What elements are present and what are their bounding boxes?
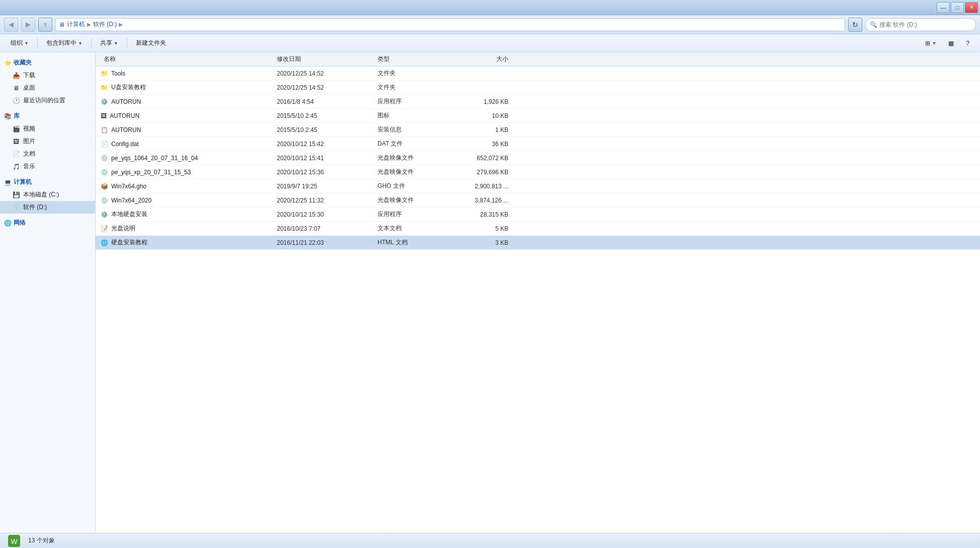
- toolbar-sep-1: [37, 38, 38, 48]
- file-icon: 💿: [101, 197, 108, 204]
- file-size-cell: 1,926 KB: [453, 98, 518, 105]
- file-name-cell: 🖼 AUTORUN: [96, 112, 277, 119]
- share-button[interactable]: 共享 ▼: [95, 36, 124, 50]
- video-icon: 🎬: [12, 125, 20, 133]
- sidebar-item-video[interactable]: 🎬 视频: [0, 122, 95, 135]
- sidebar-item-documents[interactable]: 📄 文档: [0, 148, 95, 160]
- organize-button[interactable]: 组织 ▼: [5, 36, 34, 50]
- file-date-cell: 2020/10/12 15:41: [277, 155, 378, 162]
- file-date-cell: 2020/10/12 15:36: [277, 169, 378, 176]
- breadcrumb-item-computer[interactable]: 计算机: [67, 20, 85, 29]
- minimize-button[interactable]: —: [937, 2, 950, 13]
- table-row[interactable]: ⚙️ AUTORUN 2016/1/8 4:54 应用程序 1,926 KB: [96, 95, 980, 109]
- refresh-button[interactable]: ↻: [848, 18, 862, 32]
- file-icon: ⚙️: [101, 98, 108, 105]
- column-date[interactable]: 修改日期: [277, 55, 378, 63]
- column-type[interactable]: 类型: [378, 55, 453, 63]
- file-type-cell: HTML 文档: [378, 238, 453, 247]
- disk-d-icon: 💿: [12, 203, 20, 212]
- table-row[interactable]: 📁 Tools 2020/12/25 14:52 文件夹: [96, 66, 980, 81]
- table-row[interactable]: 💿 pe_yqs_xp_20_07_31_15_53 2020/10/12 15…: [96, 165, 980, 179]
- sidebar-item-music[interactable]: 🎵 音乐: [0, 160, 95, 173]
- download-icon: 📥: [12, 72, 20, 80]
- file-date-cell: 2020/12/25 14:52: [277, 84, 378, 91]
- main-layout: ⭐ 收藏夹 📥 下载 🖥 桌面 🕐 最近访问的位置 📚 库: [0, 52, 980, 533]
- sidebar-header-network[interactable]: 🌐 网络: [0, 217, 95, 229]
- drive-c-label: 本地磁盘 (C:): [23, 190, 59, 199]
- file-date-cell: 2020/10/12 15:30: [277, 211, 378, 218]
- file-name-cell: 📝 光盘说明: [96, 224, 277, 233]
- file-date-cell: 2016/1/8 4:54: [277, 98, 378, 105]
- toolbar: 组织 ▼ 包含到库中 ▼ 共享 ▼ 新建文件夹 ⊞ ▼ ▦ ?: [0, 34, 980, 52]
- sidebar-item-drive-d[interactable]: 💿 软件 (D:): [0, 201, 95, 214]
- back-button[interactable]: ◀: [4, 18, 18, 32]
- include-dropdown-icon: ▼: [78, 41, 83, 46]
- file-type-cell: 安装信息: [378, 125, 453, 134]
- sidebar-item-pictures[interactable]: 🖼 图片: [0, 135, 95, 148]
- organize-label: 组织: [11, 39, 23, 47]
- views-button[interactable]: ⊞ ▼: [920, 36, 942, 50]
- file-name-cell: 💿 pe_yqs_1064_20_07_31_16_04: [96, 155, 277, 162]
- file-name-cell: ⚙️ 本地硬盘安装: [96, 210, 277, 219]
- sidebar-header-computer[interactable]: 💻 计算机: [0, 176, 95, 188]
- table-row[interactable]: 🌐 硬盘安装教程 2016/11/21 22:03 HTML 文档 3 KB: [96, 236, 980, 250]
- file-name-text: Win7x64.gho: [111, 183, 146, 190]
- help-label: ?: [966, 40, 969, 47]
- breadcrumb[interactable]: 🖥 计算机 ▶ 软件 (D:) ▶: [55, 18, 845, 31]
- file-date-cell: 2020/12/25 11:32: [277, 197, 378, 204]
- file-icon: 📄: [101, 141, 108, 148]
- sidebar-item-desktop[interactable]: 🖥 桌面: [0, 82, 95, 94]
- sidebar-item-recent[interactable]: 🕐 最近访问的位置: [0, 94, 95, 107]
- sidebar-item-downloads[interactable]: 📥 下载: [0, 69, 95, 82]
- file-icon: 📦: [101, 183, 108, 190]
- table-row[interactable]: 📁 U盘安装教程 2020/12/25 14:52 文件夹: [96, 81, 980, 95]
- table-row[interactable]: 📋 AUTORUN 2015/5/10 2:45 安装信息 1 KB: [96, 123, 980, 137]
- table-row[interactable]: 💿 Win7x64_2020 2020/12/25 11:32 光盘映像文件 3…: [96, 193, 980, 208]
- close-button[interactable]: ✕: [965, 2, 978, 13]
- search-input[interactable]: [879, 21, 960, 28]
- table-row[interactable]: 📦 Win7x64.gho 2019/9/7 19:25 GHO 文件 2,90…: [96, 179, 980, 193]
- share-dropdown-icon: ▼: [114, 41, 118, 46]
- table-row[interactable]: 🖼 AUTORUN 2015/5/10 2:45 图标 10 KB: [96, 109, 980, 123]
- file-name-cell: 📄 Config.dat: [96, 141, 277, 148]
- file-size-cell: 652,072 KB: [453, 155, 518, 162]
- file-name-text: U盘安装教程: [111, 83, 146, 92]
- table-row[interactable]: 📝 光盘说明 2016/10/23 7:07 文本文档 5 KB: [96, 222, 980, 236]
- file-list-header: 名称 修改日期 类型 大小: [96, 52, 980, 66]
- help-button[interactable]: ?: [960, 36, 975, 50]
- table-row[interactable]: 💿 pe_yqs_1064_20_07_31_16_04 2020/10/12 …: [96, 151, 980, 165]
- video-label: 视频: [23, 124, 35, 133]
- column-size[interactable]: 大小: [453, 55, 518, 63]
- table-row[interactable]: 📄 Config.dat 2020/10/12 15:42 DAT 文件 36 …: [96, 137, 980, 151]
- file-type-cell: 文本文档: [378, 224, 453, 233]
- up-button[interactable]: ↑: [38, 18, 52, 32]
- svg-text:W: W: [11, 537, 18, 545]
- sidebar-header-favorites[interactable]: ⭐ 收藏夹: [0, 56, 95, 69]
- documents-label: 文档: [23, 150, 35, 158]
- new-folder-button[interactable]: 新建文件夹: [130, 36, 172, 50]
- file-name-cell: 📦 Win7x64.gho: [96, 183, 277, 190]
- file-type-cell: 应用程序: [378, 210, 453, 219]
- toolbar-sep-2: [91, 38, 92, 48]
- search-bar[interactable]: 🔍: [865, 18, 976, 31]
- file-name-text: pe_yqs_1064_20_07_31_16_04: [111, 155, 198, 162]
- file-type-cell: DAT 文件: [378, 140, 453, 148]
- file-size-cell: 3 KB: [453, 239, 518, 246]
- breadcrumb-item-drive[interactable]: 软件 (D:): [93, 20, 117, 29]
- include-library-button[interactable]: 包含到库中 ▼: [41, 36, 88, 50]
- file-date-cell: 2015/5/10 2:45: [277, 126, 378, 133]
- sidebar-header-library[interactable]: 📚 库: [0, 110, 95, 122]
- file-size-cell: 5 KB: [453, 225, 518, 232]
- file-name-text: AUTORUN: [110, 112, 139, 119]
- library-icon: 📚: [4, 113, 12, 120]
- forward-button[interactable]: ▶: [21, 18, 35, 32]
- file-icon: 💿: [101, 155, 108, 162]
- column-name[interactable]: 名称: [96, 55, 277, 63]
- file-date-cell: 2016/11/21 22:03: [277, 239, 378, 246]
- sidebar-item-drive-c[interactable]: 💾 本地磁盘 (C:): [0, 188, 95, 201]
- file-size-cell: 28,315 KB: [453, 211, 518, 218]
- file-name-text: 硬盘安装教程: [111, 238, 147, 247]
- preview-button[interactable]: ▦: [943, 36, 959, 50]
- maximize-button[interactable]: □: [951, 2, 964, 13]
- table-row[interactable]: ⚙️ 本地硬盘安装 2020/10/12 15:30 应用程序 28,315 K…: [96, 208, 980, 222]
